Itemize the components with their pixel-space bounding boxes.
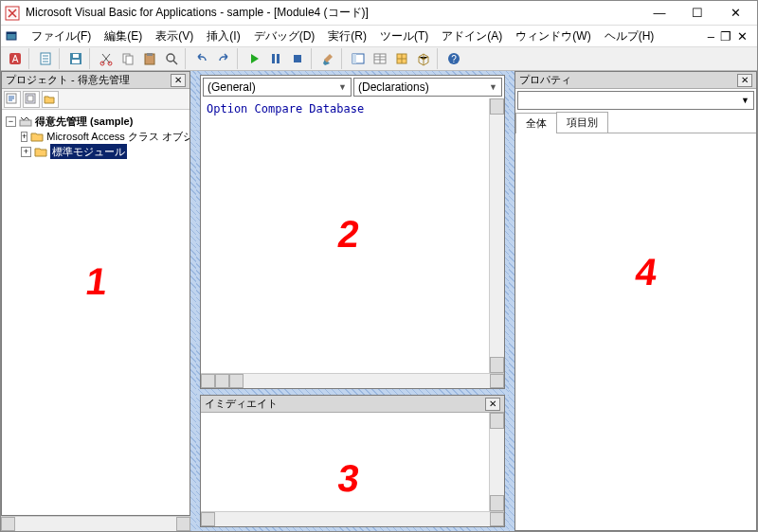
tab-categorized[interactable]: 項目別 <box>556 112 608 133</box>
break-icon[interactable] <box>265 48 286 69</box>
immediate-pane-title: イミディエイト ✕ <box>201 396 504 413</box>
svg-rect-2 <box>7 32 16 34</box>
mdi-restore-button[interactable]: ❐ <box>720 29 731 44</box>
minimize-button[interactable]: — <box>647 3 672 24</box>
svg-rect-27 <box>27 96 33 101</box>
maximize-button[interactable]: ☐ <box>685 3 710 24</box>
menu-window[interactable]: ウィンドウ(W) <box>510 27 596 46</box>
menu-run[interactable]: 実行(R) <box>322 27 372 46</box>
paste-icon[interactable] <box>139 48 160 69</box>
immediate-pane-title-text: イミディエイト <box>205 397 278 411</box>
tree-item-label: Microsoft Access クラス オブジェ <box>46 129 190 144</box>
svg-rect-17 <box>277 54 280 63</box>
mdi-minimize-button[interactable]: – <box>708 29 714 44</box>
svg-text:?: ? <box>451 54 457 64</box>
project-pane-close-button[interactable]: ✕ <box>171 74 186 87</box>
properties-pane-close-button[interactable]: ✕ <box>737 74 752 87</box>
collapse-icon[interactable]: − <box>6 116 16 127</box>
svg-rect-16 <box>272 54 275 63</box>
run-icon[interactable] <box>244 48 264 69</box>
chevron-down-icon: ▼ <box>741 96 749 105</box>
project-pane-toolbar <box>2 89 190 110</box>
cut-icon[interactable] <box>96 48 117 69</box>
code-header: (General) ▼ (Declarations) ▼ <box>201 76 504 98</box>
immediate-vscroll[interactable] <box>489 413 504 511</box>
tree-item-selected[interactable]: + 標準モジュール <box>4 144 188 159</box>
chevron-down-icon: ▼ <box>338 82 347 92</box>
mdi-icon[interactable] <box>5 28 20 44</box>
object-browser-icon[interactable] <box>391 48 412 69</box>
mdi-close-button[interactable]: ✕ <box>737 29 748 44</box>
copy-icon[interactable] <box>117 48 138 69</box>
tree-item-label: 標準モジュール <box>50 144 127 159</box>
expand-icon[interactable]: + <box>21 132 27 142</box>
code-editor[interactable]: Option Compare Database <box>201 98 489 373</box>
view-code-icon[interactable] <box>4 91 21 108</box>
menu-insert[interactable]: 挿入(I) <box>201 27 245 46</box>
code-hscroll[interactable] <box>201 373 504 388</box>
object-combo-value: (General) <box>208 80 256 94</box>
procedure-combo[interactable]: (Declarations) ▼ <box>353 78 502 97</box>
svg-rect-20 <box>352 54 356 63</box>
menu-debug[interactable]: デバッグ(D) <box>248 27 321 46</box>
procedure-view-icon[interactable] <box>201 374 215 388</box>
find-icon[interactable] <box>161 48 182 69</box>
project-explorer-icon[interactable] <box>348 48 369 69</box>
properties-pane-title: プロパティ ✕ <box>515 72 756 89</box>
chevron-down-icon: ▼ <box>489 82 497 92</box>
redo-icon[interactable] <box>213 48 234 69</box>
immediate-editor[interactable] <box>201 413 489 511</box>
toggle-folders-icon[interactable] <box>42 91 59 108</box>
procedure-combo-value: (Declarations) <box>358 80 429 94</box>
menubar: ファイル(F) 編集(E) 表示(V) 挿入(I) デバッグ(D) 実行(R) … <box>1 26 757 46</box>
immediate-pane-close-button[interactable]: ✕ <box>485 398 500 411</box>
object-combo[interactable]: (General) ▼ <box>203 78 352 97</box>
menu-addin[interactable]: アドイン(A) <box>436 27 508 46</box>
app-icon <box>5 6 20 21</box>
properties-pane-title-text: プロパティ <box>519 73 571 87</box>
project-hscroll[interactable] <box>1 516 190 531</box>
svg-point-15 <box>167 54 174 62</box>
view-access-icon[interactable]: A <box>5 48 26 69</box>
immediate-hscroll[interactable] <box>201 511 504 526</box>
svg-rect-12 <box>126 56 133 64</box>
close-button[interactable]: ✕ <box>723 3 748 24</box>
reset-icon[interactable] <box>287 48 308 69</box>
toolbox-icon[interactable] <box>413 48 434 69</box>
expand-icon[interactable]: + <box>21 147 31 157</box>
project-tree[interactable]: − 得意先管理 (sample) + Microsoft Access クラス … <box>2 110 190 515</box>
undo-icon[interactable] <box>191 48 212 69</box>
view-object-icon[interactable] <box>23 91 40 108</box>
code-vscroll[interactable] <box>489 98 504 373</box>
titlebar: Microsoft Visual Basic for Applications … <box>1 1 757 26</box>
menu-edit[interactable]: 編集(E) <box>99 27 148 46</box>
menu-file[interactable]: ファイル(F) <box>26 27 97 46</box>
svg-rect-7 <box>72 60 80 63</box>
client-area: プロジェクト - 得意先管理 ✕ − 得意先管理 (sample) + Micr… <box>1 71 757 531</box>
svg-rect-28 <box>20 120 31 126</box>
properties-grid[interactable] <box>515 133 756 530</box>
tree-root-item[interactable]: − 得意先管理 (sample) <box>4 114 188 129</box>
tab-alphabetic[interactable]: 全体 <box>515 113 557 133</box>
save-icon[interactable] <box>65 48 86 69</box>
tree-item[interactable]: + Microsoft Access クラス オブジェ <box>4 129 188 144</box>
tree-root-label: 得意先管理 (sample) <box>35 115 133 127</box>
insert-module-icon[interactable] <box>35 48 56 69</box>
toolbar: A ? <box>1 46 757 71</box>
help-icon[interactable]: ? <box>443 48 464 69</box>
menu-help[interactable]: ヘルプ(H) <box>599 27 660 46</box>
properties-icon[interactable] <box>370 48 390 69</box>
folder-icon <box>34 146 47 157</box>
menu-view[interactable]: 表示(V) <box>150 27 199 46</box>
project-icon <box>19 115 32 127</box>
menu-tools[interactable]: ツール(T) <box>374 27 434 46</box>
svg-text:A: A <box>12 54 19 64</box>
design-mode-icon[interactable] <box>317 48 338 69</box>
full-module-view-icon[interactable] <box>215 374 229 388</box>
svg-rect-14 <box>147 53 153 56</box>
folder-icon <box>30 131 44 142</box>
project-pane-title-text: プロジェクト - 得意先管理 <box>6 73 130 87</box>
window-title: Microsoft Visual Basic for Applications … <box>26 5 647 21</box>
properties-tabs: 全体 項目別 <box>515 112 756 133</box>
properties-object-combo[interactable]: ▼ <box>517 91 754 110</box>
